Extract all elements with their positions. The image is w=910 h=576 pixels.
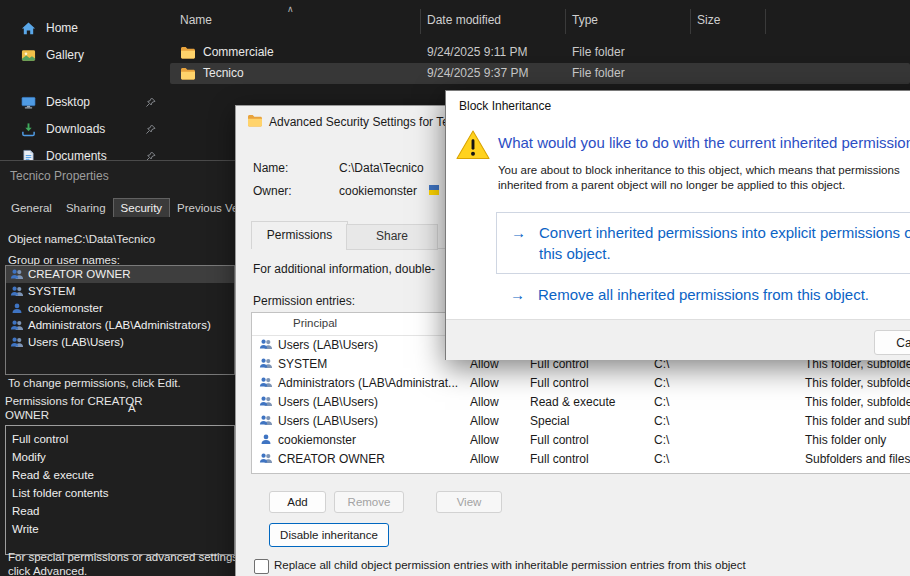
sidebar-item-gallery[interactable]: Gallery	[0, 43, 170, 69]
tab-previous-versions[interactable]: Previous Versions	[170, 199, 238, 217]
file-row-commerciale[interactable]: Commerciale 9/24/2025 9:11 PM File folde…	[170, 42, 910, 63]
permission-item[interactable]: Write	[6, 520, 234, 538]
permission-entry-row[interactable]: Users (LAB\Users) Allow Read & execute C…	[252, 392, 910, 411]
warning-icon	[455, 129, 491, 160]
sidebar-item-desktop[interactable]: Desktop	[0, 90, 170, 116]
permissions-list[interactable]: Full control Modify Read & execute List …	[5, 425, 235, 555]
column-header-date-modified[interactable]: Date modified	[427, 13, 501, 27]
gallery-icon	[21, 48, 36, 63]
permissions-for-label: Permissions for CREATOR	[5, 395, 143, 407]
remove-permissions-option[interactable]: → Remove all inherited permissions from …	[496, 284, 910, 312]
principal-name: SYSTEM	[28, 285, 75, 297]
permission-entries-label: Permission entries:	[253, 294, 355, 308]
permission-item[interactable]: Modify	[6, 448, 234, 466]
entry-principal: Administrators (LAB\Administrat...	[278, 376, 458, 390]
dialog-title: Block Inheritance	[459, 99, 551, 113]
list-item-system[interactable]: SYSTEM	[6, 283, 234, 300]
add-button[interactable]: Add	[269, 491, 326, 513]
tab-permissions[interactable]: Permissions	[251, 221, 348, 249]
column-header-principal[interactable]: Principal	[293, 317, 337, 329]
object-name-label: Object name:	[8, 233, 76, 245]
file-name: Tecnico	[203, 66, 244, 80]
list-item-cookiemonster[interactable]: cookiemonster	[6, 300, 234, 317]
file-date-modified: 9/24/2025 9:37 PM	[427, 66, 528, 80]
column-header-name[interactable]: Name	[180, 13, 212, 27]
sidebar-item-label: Downloads	[46, 122, 105, 136]
permission-item[interactable]: Full control	[6, 430, 234, 448]
principal-name: CREATOR OWNER	[28, 268, 130, 280]
group-icon	[259, 376, 273, 389]
permission-item[interactable]: Read & execute	[6, 466, 234, 484]
dialog-footer: Cancel	[446, 319, 910, 360]
file-row-tecnico[interactable]: Tecnico 9/24/2025 9:37 PM File folder	[170, 63, 910, 84]
principal-name: Administrators (LAB\Administrators)	[28, 319, 211, 331]
file-type: File folder	[572, 66, 625, 80]
permission-item[interactable]: List folder contents	[6, 484, 234, 502]
remove-button[interactable]: Remove	[334, 491, 404, 513]
principal-name: cookiemonster	[28, 302, 103, 314]
user-icon	[10, 302, 24, 315]
desktop-icon	[21, 95, 36, 110]
option-text-line2: this object.	[539, 245, 611, 262]
column-divider[interactable]	[420, 9, 421, 34]
info-text: For additional information, double-	[253, 262, 435, 276]
sort-ascending-icon: ∧	[287, 4, 294, 14]
column-divider[interactable]	[565, 9, 566, 34]
group-icon	[259, 452, 273, 465]
list-item-administrators[interactable]: Administrators (LAB\Administrators)	[6, 317, 234, 334]
sidebar-item-home[interactable]: Home	[0, 16, 170, 42]
cancel-button[interactable]: Cancel	[874, 330, 910, 355]
advanced-hint-line2: click Advanced.	[8, 565, 87, 576]
entry-principal: cookiemonster	[278, 433, 356, 447]
disable-inheritance-button[interactable]: Disable inheritance	[269, 523, 389, 547]
permission-entry-row[interactable]: cookiemonster Allow Full control C:\ Thi…	[252, 430, 910, 449]
permission-entry-row[interactable]: Users (LAB\Users) Allow Special C:\ This…	[252, 411, 910, 430]
principal-name: Users (LAB\Users)	[28, 336, 124, 348]
command-arrow-icon: →	[511, 224, 526, 241]
tab-sharing[interactable]: Sharing	[59, 199, 113, 217]
group-user-names-list[interactable]: CREATOR OWNER SYSTEM cookiemonster Admin…	[5, 265, 235, 375]
dialog-folder-icon	[247, 114, 263, 128]
entry-access: Special	[530, 414, 569, 428]
entry-inherited-from: C:\	[654, 395, 669, 409]
replace-permissions-checkbox[interactable]	[254, 559, 269, 574]
allow-column-header: A	[128, 402, 136, 414]
home-icon	[21, 21, 36, 36]
permission-entry-row[interactable]: Administrators (LAB\Administrat... Allow…	[252, 373, 910, 392]
view-button[interactable]: View	[436, 491, 502, 513]
column-divider[interactable]	[690, 9, 691, 34]
entry-applies-to: Subfolders and files only	[805, 452, 910, 466]
sidebar-item-downloads[interactable]: Downloads	[0, 117, 170, 143]
list-item-creator-owner[interactable]: CREATOR OWNER	[6, 266, 234, 283]
convert-permissions-option[interactable]: → Convert inherited permissions into exp…	[496, 212, 910, 274]
permission-entry-row[interactable]: CREATOR OWNER Allow Full control C:\ Sub…	[252, 449, 910, 468]
tab-share[interactable]: Share	[346, 224, 438, 250]
name-label: Name:	[253, 161, 288, 175]
permission-item[interactable]: Read	[6, 502, 234, 520]
command-arrow-icon: →	[510, 286, 525, 303]
tecnico-properties-dialog: Tecnico Properties GeneralSharingSecurit…	[0, 160, 238, 576]
owner-value: cookiemonster	[339, 184, 417, 198]
replace-permissions-label: Replace all child object permission entr…	[274, 559, 746, 571]
entry-principal: CREATOR OWNER	[278, 452, 385, 466]
tab-general[interactable]: General	[4, 199, 59, 217]
list-item-users[interactable]: Users (LAB\Users)	[6, 334, 234, 351]
owner-label: Owner:	[253, 184, 292, 198]
sidebar-item-label: Gallery	[46, 48, 84, 62]
dialog-body-line1: You are about to block inheritance to th…	[498, 164, 900, 176]
file-date-modified: 9/24/2025 9:11 PM	[427, 45, 528, 59]
entry-type: Allow	[470, 452, 499, 466]
downloads-icon	[21, 122, 36, 137]
entry-type: Allow	[470, 433, 499, 447]
tab-security[interactable]: Security	[113, 198, 171, 217]
entry-principal: Users (LAB\Users)	[278, 395, 378, 409]
column-header-type[interactable]: Type	[572, 13, 598, 27]
folder-icon	[180, 67, 196, 81]
column-divider[interactable]	[765, 9, 766, 34]
column-header-size[interactable]: Size	[697, 13, 720, 27]
file-type: File folder	[572, 45, 625, 59]
edit-hint: To change permissions, click Edit.	[8, 377, 181, 389]
owner-flag-icon	[428, 182, 440, 198]
dialog-heading: What would you like to do with the curre…	[498, 134, 910, 151]
group-icon	[10, 268, 24, 281]
